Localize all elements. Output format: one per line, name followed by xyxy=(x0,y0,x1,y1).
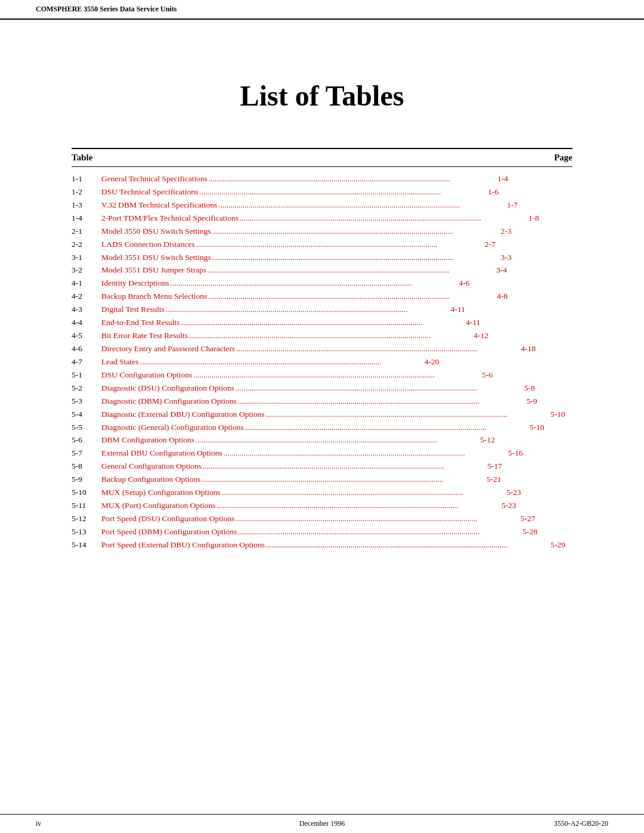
toc-title[interactable]: General Configuration Options xyxy=(101,460,202,473)
toc-number: 4-6 xyxy=(72,343,101,355)
list-item: 5-1DSU Configuration Options ...........… xyxy=(72,369,572,382)
toc-title[interactable]: Digital Test Results xyxy=(101,304,165,316)
toc-page: 5-8 xyxy=(511,382,535,395)
toc-title[interactable]: Model 3551 DSU Jumper Straps xyxy=(101,264,206,277)
toc-number: 5-14 xyxy=(72,539,101,552)
toc-dots: ........................................… xyxy=(212,252,487,264)
toc-page: 5-27 xyxy=(512,513,535,525)
toc-title[interactable]: Backup Branch Menu Selections xyxy=(101,290,207,303)
toc-dots: ........................................… xyxy=(238,526,512,538)
toc-page: 5-9 xyxy=(513,395,537,408)
footer: iv December 1996 3550-A2-GB20-20 xyxy=(0,814,644,833)
toc-title[interactable]: Diagnostic (External DBU) Configuration … xyxy=(101,408,265,421)
list-item: 4-2Backup Branch Menu Selections .......… xyxy=(72,290,572,303)
toc-title[interactable]: Identity Descriptions xyxy=(101,277,169,290)
toc-number: 5-11 xyxy=(72,500,101,512)
list-item: 5-5Diagnostic (General) Configuration Op… xyxy=(72,422,572,434)
toc-list: 1-1General Technical Specifications ....… xyxy=(72,173,572,552)
toc-dots: ........................................… xyxy=(240,212,514,225)
toc-dots: ........................................… xyxy=(189,330,463,342)
toc-page: 4-18 xyxy=(512,343,535,355)
list-item: 1-42-Port TDM/Flex Technical Specificati… xyxy=(72,212,572,225)
list-item: 2-2LADS Connection Distances ...........… xyxy=(72,239,572,251)
toc-number: 5-8 xyxy=(72,460,101,473)
toc-title[interactable]: Port Speed (DSU) Configuration Options xyxy=(101,513,235,525)
toc-page: 5-6 xyxy=(469,369,493,382)
toc-title[interactable]: LADS Connection Distances xyxy=(101,239,195,251)
toc-page: 5-21 xyxy=(477,473,501,486)
toc-title[interactable]: General Technical Specifications xyxy=(101,173,208,185)
toc-dots: ........................................… xyxy=(193,369,467,382)
list-item: 5-8General Configuration Options .......… xyxy=(72,460,572,473)
toc-title[interactable]: Diagnostic (General) Configuration Optio… xyxy=(101,422,244,434)
toc-title[interactable]: Port Speed (DBM) Configuration Options xyxy=(101,526,237,538)
toc-header-table: Table xyxy=(72,153,92,163)
list-item: 5-6DBM Configuration Options ...........… xyxy=(72,434,572,447)
toc-dots: ........................................… xyxy=(199,186,473,199)
toc-dots: ........................................… xyxy=(202,473,476,486)
toc-title[interactable]: Bit Error Rate Test Results xyxy=(101,330,188,342)
toc-dots: ........................................… xyxy=(236,513,510,525)
toc-number: 5-4 xyxy=(72,408,101,421)
toc-title[interactable]: Lead States xyxy=(101,356,139,368)
toc-title[interactable]: External DBU Configuration Options xyxy=(101,447,222,460)
list-item: 5-10MUX (Setup) Configuration Options ..… xyxy=(72,487,572,499)
list-item: 5-7External DBU Configuration Options ..… xyxy=(72,447,572,460)
toc-dots: ........................................… xyxy=(266,408,540,421)
list-item: 5-13Port Speed (DBM) Configuration Optio… xyxy=(72,526,572,538)
list-item: 4-4End-to-End Test Results .............… xyxy=(72,317,572,329)
toc-page: 1-4 xyxy=(484,173,508,185)
toc-title[interactable]: End-to-End Test Results xyxy=(101,317,180,329)
toc-dots: ........................................… xyxy=(224,447,498,460)
toc-number: 1-4 xyxy=(72,212,101,225)
page-content: List of Tables Table Page 1-1General Tec… xyxy=(0,20,644,600)
toc-number: 5-1 xyxy=(72,369,101,382)
toc-title[interactable]: Backup Configuration Options xyxy=(101,473,200,486)
footer-center: December 1996 xyxy=(299,819,345,828)
header: COMSPHERE 3550 Series Data Service Units xyxy=(0,0,644,20)
toc-page: 5-28 xyxy=(513,526,537,538)
toc-title[interactable]: Model 3550 DSU Switch Settings xyxy=(101,225,211,238)
toc-title[interactable]: Diagnostic (DSU) Configuration Options xyxy=(101,382,234,395)
toc-title[interactable]: Port Speed (External DBU) Configuration … xyxy=(101,539,265,552)
toc-number: 4-2 xyxy=(72,290,101,303)
toc-dots: ........................................… xyxy=(196,434,470,447)
toc-page: 3-3 xyxy=(488,252,512,264)
toc-dots: ........................................… xyxy=(212,225,487,238)
list-item: 5-11MUX (Port) Configuration Options ...… xyxy=(72,500,572,512)
toc-dots: ........................................… xyxy=(266,539,540,552)
toc-number: 5-2 xyxy=(72,382,101,395)
toc-number: 2-1 xyxy=(72,225,101,238)
toc-number: 1-1 xyxy=(72,173,101,185)
list-item: 3-1Model 3551 DSU Switch Settings ......… xyxy=(72,252,572,264)
toc-title[interactable]: DSU Configuration Options xyxy=(101,369,192,382)
toc-title[interactable]: DSU Technical Specifications xyxy=(101,186,198,199)
toc-number: 5-6 xyxy=(72,434,101,447)
toc-title[interactable]: 2-Port TDM/Flex Technical Specifications xyxy=(101,212,239,225)
list-item: 1-2DSU Technical Specifications ........… xyxy=(72,186,572,199)
toc-title[interactable]: MUX (Port) Configuration Options xyxy=(101,500,216,512)
list-item: 4-6Directory Entry and Password Characte… xyxy=(72,343,572,355)
toc-dots: ........................................… xyxy=(196,239,470,251)
list-item: 5-2Diagnostic (DSU) Configuration Option… xyxy=(72,382,572,395)
toc-dots: ........................................… xyxy=(217,500,491,512)
list-item: 1-3V.32 DBM Technical Specifications ...… xyxy=(72,199,572,212)
toc-title[interactable]: Diagnostic (DBM) Configuration Options xyxy=(101,395,237,408)
footer-right: 3550-A2-GB20-20 xyxy=(554,819,608,828)
toc-number: 4-7 xyxy=(72,356,101,368)
toc-title[interactable]: DBM Configuration Options xyxy=(101,434,194,447)
toc-header: Table Page xyxy=(72,148,572,167)
toc-title[interactable]: V.32 DBM Technical Specifications xyxy=(101,199,217,212)
toc-title[interactable]: Directory Entry and Password Characters xyxy=(101,343,235,355)
page-title: List of Tables xyxy=(72,79,572,112)
toc-number: 5-12 xyxy=(72,513,101,525)
toc-page: 1-7 xyxy=(494,199,518,212)
toc-number: 5-9 xyxy=(72,473,101,486)
toc-number: 4-3 xyxy=(72,304,101,316)
toc-dots: ........................................… xyxy=(238,395,512,408)
toc-page: 5-29 xyxy=(541,539,565,552)
toc-title[interactable]: Model 3551 DSU Switch Settings xyxy=(101,252,211,264)
toc-page: 4-11 xyxy=(441,304,465,316)
toc-title[interactable]: MUX (Setup) Configuration Options xyxy=(101,487,221,499)
toc-page: 4-6 xyxy=(446,277,470,290)
